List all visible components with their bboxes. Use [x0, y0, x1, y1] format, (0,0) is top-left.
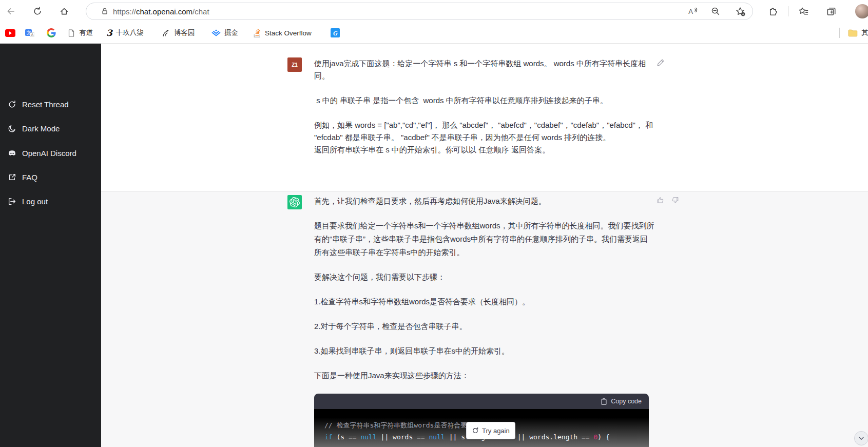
assistant-paragraph: 题目要求我们给定一个字符串s和一个字符串数组words，其中所有字符串的长度相同… [314, 219, 655, 259]
favorites-bar-button[interactable] [796, 4, 811, 19]
assistant-avatar [287, 195, 302, 209]
user-paragraph: 使用java完成下面这题：给定一个字符串 s 和一个字符串数组 words。 w… [314, 57, 655, 82]
stackoverflow-icon [253, 28, 261, 37]
bookmark-label: 掘金 [224, 28, 238, 37]
reset-icon [8, 100, 16, 109]
juejin-icon [211, 29, 221, 37]
bookmark-google-translate[interactable]: 文A [23, 23, 36, 43]
moon-icon [8, 124, 16, 133]
thumbs-up-icon [657, 196, 665, 204]
profile-avatar[interactable] [855, 4, 868, 18]
star-plus-icon [736, 7, 745, 16]
refresh-icon [33, 7, 42, 16]
collections-button[interactable] [823, 4, 839, 19]
bookmark-juejin[interactable]: 掘金 [209, 23, 240, 43]
svg-text:A: A [31, 33, 34, 36]
other-favorites-folder[interactable]: 其 [846, 23, 868, 43]
clipboard-icon [601, 398, 607, 405]
feedback-buttons [657, 196, 679, 204]
read-aloud-icon: A [688, 7, 698, 16]
try-again-button[interactable]: Try again [466, 422, 515, 439]
extensions-button[interactable] [765, 4, 780, 19]
copy-code-button[interactable]: Copy code [601, 395, 642, 408]
lock-icon [101, 7, 109, 15]
sidebar-item-label: Dark Mode [22, 124, 60, 133]
bookmark-stackoverflow[interactable]: Stack Overflow [251, 23, 314, 43]
home-button[interactable] [56, 4, 72, 19]
sidebar-item-log-out[interactable]: Log out [0, 193, 101, 209]
logout-icon [8, 197, 16, 206]
user-message-content: 使用java完成下面这题：给定一个字符串 s 和一个字符串数组 words。 w… [314, 57, 655, 168]
bookmark-shijiubaqi[interactable]: 3 十玖八柒 [104, 23, 146, 43]
numeral-3-icon: 3 [106, 29, 112, 37]
page-icon [67, 29, 75, 37]
try-again-label: Try again [482, 427, 510, 435]
sidebar-item-reset-thread[interactable]: Reset Thread [0, 96, 101, 112]
copy-code-label: Copy code [611, 395, 642, 408]
assistant-paragraph: 2.对于每个字符串，检查是否包含串联子串。 [314, 320, 655, 333]
bookmark-cnblogs[interactable]: 博客园 [160, 23, 197, 43]
sidebar-item-label: OpenAI Discord [22, 149, 76, 158]
assistant-paragraph: 下面是一种使用Java来实现这些步骤的方法： [314, 369, 655, 382]
edit-message-button[interactable] [657, 59, 665, 67]
home-icon [60, 7, 69, 16]
url-text[interactable]: https://chat.openai.com/chat [113, 7, 209, 16]
retry-icon [472, 427, 479, 434]
svg-text:A: A [688, 8, 693, 15]
assistant-paragraph: 要解决这个问题，我们需要以下步骤： [314, 270, 655, 284]
refresh-button[interactable] [30, 4, 45, 19]
browser-toolbar: https://chat.openai.com/chat A [0, 0, 868, 23]
user-paragraph: s 中的 串联子串 是指一个包含 words 中所有字符串以任意顺序排列连接起来… [314, 94, 655, 107]
folder-icon [848, 29, 858, 37]
bookmark-youdao[interactable]: 有道 [65, 23, 95, 43]
browser-window: https://chat.openai.com/chat A 文A [0, 0, 868, 447]
sidebar-item-dark-mode[interactable]: Dark Mode [0, 121, 101, 136]
bookmark-label: Stack Overflow [265, 29, 312, 37]
bookmarks-divider [839, 28, 840, 38]
thumbs-up-button[interactable] [657, 196, 665, 204]
svg-text:G: G [333, 30, 338, 37]
youtube-icon [5, 29, 15, 37]
zoom-out-button[interactable] [708, 4, 723, 19]
address-bar[interactable]: https://chat.openai.com/chat [86, 3, 753, 20]
other-favorites-label: 其 [861, 28, 868, 37]
bookmark-google[interactable] [45, 23, 58, 43]
code-block-header: Copy code [314, 394, 649, 409]
collections-icon [826, 7, 836, 16]
sidebar-item-label: FAQ [22, 173, 37, 182]
openai-logo-icon [290, 197, 300, 207]
scroll-to-bottom-button[interactable] [854, 431, 868, 445]
add-favorite-button[interactable] [732, 4, 748, 19]
thumbs-down-button[interactable] [671, 196, 679, 204]
back-arrow-icon [6, 7, 15, 16]
zoom-out-icon [711, 7, 720, 16]
chatgpt-sidebar: Reset Thread Dark Mode OpenAI Discord FA… [0, 44, 101, 447]
assistant-paragraph: 1.检查字符串s和字符串数组words是否符合要求（长度相同）。 [314, 295, 655, 308]
assistant-paragraph: 3.如果找到串联子串，则返回串联子串在s中的开始索引。 [314, 344, 655, 358]
read-aloud-button[interactable]: A [685, 4, 700, 19]
chevron-down-icon [858, 435, 865, 442]
bookmark-youtube[interactable] [3, 23, 17, 43]
user-avatar: Z1 [287, 57, 302, 72]
sidebar-item-faq[interactable]: FAQ [0, 169, 101, 185]
sidebar-item-label: Reset Thread [22, 100, 69, 109]
assistant-message-content: 首先，让我们检查题目要求，然后再考虑如何使用Java来解决问题。 题目要求我们给… [314, 195, 655, 447]
external-link-icon [8, 173, 16, 182]
bookmark-label: 十玖八柒 [116, 28, 144, 37]
favorites-list-icon [799, 7, 808, 16]
sidebar-item-openai-discord[interactable]: OpenAI Discord [0, 145, 101, 161]
thumbs-down-icon [671, 196, 679, 204]
url-scheme: https:// [113, 7, 136, 16]
sidebar-item-label: Log out [22, 197, 48, 206]
cnblogs-icon [162, 29, 170, 37]
toolbar-divider [788, 6, 788, 16]
assistant-paragraph: 首先，让我们检查题目要求，然后再考虑如何使用Java来解决问题。 [314, 195, 655, 208]
bookmark-g-site[interactable]: G [329, 23, 342, 43]
back-button[interactable] [3, 4, 18, 19]
bookmark-label: 博客园 [174, 28, 195, 37]
blue-g-icon: G [331, 28, 340, 37]
google-g-icon [47, 28, 56, 37]
discord-icon [8, 149, 16, 158]
url-path: /chat [192, 7, 209, 16]
user-paragraph: 例如，如果 words = ["ab","cd","ef"]， 那么 "abcd… [314, 119, 655, 156]
